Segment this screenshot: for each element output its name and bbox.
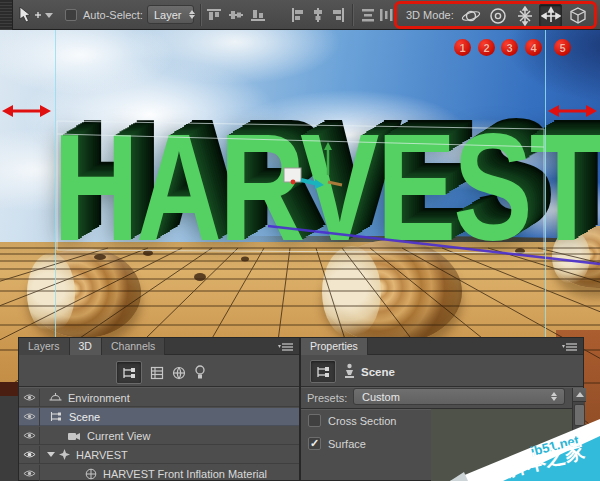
cross-section-label: Cross Section (328, 415, 396, 427)
3d-rotate-tool-button[interactable] (459, 4, 482, 27)
3d-mode-label: 3D Mode: (406, 9, 454, 21)
separator (352, 4, 353, 26)
scroll-up-button[interactable] (573, 388, 586, 402)
bounding-box-wireframe (57, 121, 544, 253)
align-top-edges-icon[interactable] (205, 6, 223, 24)
left-width-arrow (2, 105, 51, 117)
step-badge-3: 3 (501, 39, 518, 56)
auto-select-checkbox[interactable] (65, 9, 77, 21)
canvas-strip-dark (0, 382, 18, 396)
right-width-arrow (548, 105, 597, 117)
step-badge-2: 2 (478, 39, 495, 56)
step-badge-5: 5 (554, 39, 571, 56)
target-value: Layer (154, 9, 182, 21)
list-item-current-view[interactable]: Current View (19, 427, 299, 445)
left-panel-tabbar: Layers 3D Channels (19, 338, 299, 355)
align-horizontal-centers-icon[interactable] (309, 6, 327, 24)
scene-statue-icon (341, 362, 357, 380)
3d-panel: Layers 3D Channels (18, 337, 300, 481)
site-watermark: jb51.net 脚本之家 (440, 410, 600, 481)
scene-filter-icon (310, 360, 336, 383)
list-item-front-inflation-material[interactable]: HARVEST Front Inflation Material (19, 465, 299, 481)
ground-plane-edge-line (268, 226, 600, 264)
surface-checkbox[interactable]: ✓ (308, 437, 321, 450)
distribute-horizontal-icon[interactable] (377, 6, 395, 24)
3d-slide-tool-button[interactable] (539, 4, 562, 27)
auto-select-label: Auto-Select: (83, 9, 143, 21)
presets-dropdown[interactable]: Custom (353, 388, 565, 405)
align-right-edges-icon[interactable] (329, 6, 347, 24)
presets-label: Presets: (307, 392, 347, 404)
presets-value: Custom (362, 391, 400, 403)
guide-right[interactable] (545, 30, 546, 340)
align-bottom-edges-icon[interactable] (249, 6, 267, 24)
filter-meshes-button[interactable] (148, 364, 166, 381)
3d-axis-widget[interactable] (284, 142, 342, 189)
3d-roll-tool-button[interactable] (486, 4, 509, 27)
visibility-eye-icon[interactable] (19, 446, 40, 464)
3d-drag-tool-button[interactable] (513, 4, 536, 27)
visibility-eye-icon[interactable] (19, 427, 40, 445)
visibility-eye-icon[interactable] (19, 465, 40, 481)
list-item-harvest-mesh[interactable]: HARVEST (19, 446, 299, 464)
photoshop-window: HARVEST (0, 0, 600, 481)
properties-header-title: Scene (361, 366, 395, 378)
3d-scale-tool-button[interactable] (566, 4, 589, 27)
scene-icon (49, 411, 62, 422)
pasteboard-strip (0, 396, 18, 481)
move-tool-icon[interactable] (16, 6, 42, 24)
environment-icon (49, 392, 62, 403)
divider (301, 386, 583, 387)
filter-scene-button[interactable] (116, 361, 142, 384)
tool-preset-caret-icon[interactable] (44, 11, 54, 19)
tab-layers[interactable]: Layers (19, 338, 70, 355)
panel-menu-icon[interactable] (562, 342, 578, 352)
camera-icon (67, 431, 81, 441)
step-badge-1: 1 (454, 39, 471, 56)
options-bar-grip[interactable] (0, 0, 13, 30)
filter-materials-button[interactable] (170, 364, 188, 381)
align-left-edges-icon[interactable] (289, 6, 307, 24)
dropdown-arrows-icon (189, 10, 195, 19)
expander-triangle-icon[interactable] (47, 452, 55, 457)
tab-3d[interactable]: 3D (70, 338, 102, 355)
surface-label: Surface (328, 438, 366, 450)
properties-tabbar: Properties (301, 338, 583, 355)
cross-section-checkbox[interactable] (308, 414, 321, 427)
tab-properties[interactable]: Properties (301, 338, 368, 355)
align-vertical-centers-icon[interactable] (227, 6, 245, 24)
step-badge-4: 4 (525, 39, 542, 56)
auto-select-target-dropdown[interactable]: Layer (147, 5, 194, 24)
visibility-eye-icon[interactable] (19, 389, 40, 407)
tab-channels[interactable]: Channels (102, 338, 165, 355)
mesh-icon (59, 449, 70, 460)
separator (200, 4, 201, 26)
filter-lights-button[interactable] (191, 363, 209, 381)
list-item-scene[interactable]: Scene (19, 408, 299, 426)
distribute-vertical-icon[interactable] (359, 6, 377, 24)
panel-menu-icon[interactable] (278, 342, 294, 352)
material-sphere-icon (85, 468, 97, 480)
dropdown-arrows-icon (551, 392, 557, 401)
visibility-eye-icon[interactable] (19, 408, 40, 426)
list-item-environment[interactable]: Environment (19, 389, 299, 407)
tool-options-bar: Auto-Select: Layer (0, 0, 600, 30)
divider (19, 386, 299, 387)
